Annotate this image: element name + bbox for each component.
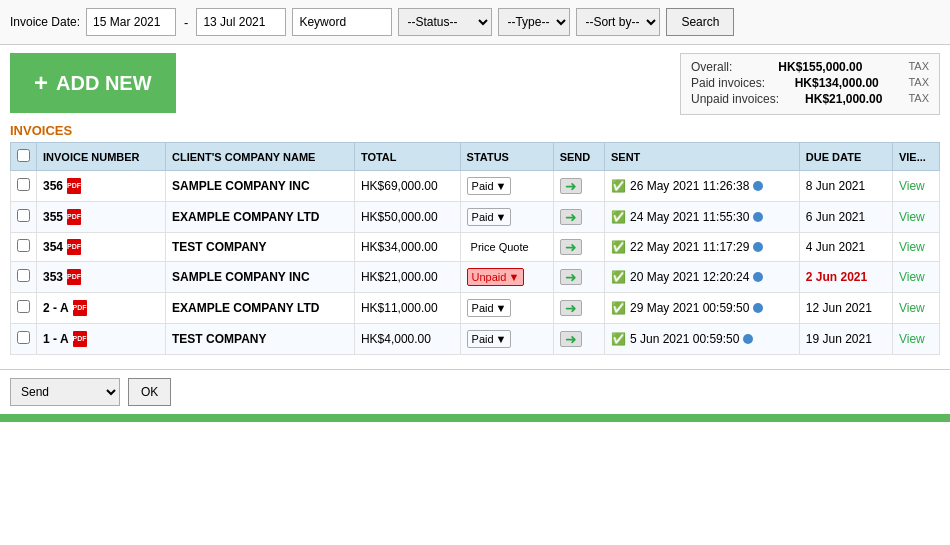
- invoice-number-cell: 353 PDF: [37, 262, 166, 293]
- view-link[interactable]: View: [899, 240, 925, 254]
- due-date-cell: 2 Jun 2021: [799, 262, 892, 293]
- invoice-number-cell: 2 - A PDF: [37, 293, 166, 324]
- company-name: EXAMPLE COMPANY LTD: [172, 301, 319, 315]
- summary-box: Overall: HK$155,000.00 TAX Paid invoices…: [680, 53, 940, 115]
- status-select[interactable]: --Status-- Paid Unpaid Price Quote: [398, 8, 492, 36]
- table-row: 355 PDF EXAMPLE COMPANY LTDHK$50,000.00 …: [11, 202, 940, 233]
- bulk-action-select[interactable]: Send Delete Mark Paid: [10, 378, 120, 406]
- view-link[interactable]: View: [899, 270, 925, 284]
- row-checkbox[interactable]: [17, 331, 30, 344]
- status-cell: Paid ▼: [460, 171, 553, 202]
- send-icon[interactable]: ➜: [560, 331, 582, 347]
- due-date-cell: 12 Jun 2021: [799, 293, 892, 324]
- date-to-input[interactable]: [196, 8, 286, 36]
- send-icon[interactable]: ➜: [560, 239, 582, 255]
- pdf-icon[interactable]: PDF: [67, 239, 81, 255]
- pdf-icon[interactable]: PDF: [67, 269, 81, 285]
- company-name: SAMPLE COMPANY INC: [172, 179, 310, 193]
- table-row: 354 PDF TEST COMPANYHK$34,000.00 Price Q…: [11, 233, 940, 262]
- info-dot[interactable]: [753, 303, 763, 313]
- pdf-icon[interactable]: PDF: [73, 300, 87, 316]
- sent-cell: ✅ 24 May 2021 11:55:30: [604, 202, 799, 233]
- unpaid-value: HK$21,000.00: [805, 92, 882, 106]
- sent-date: 26 May 2021 11:26:38: [630, 179, 749, 193]
- footer-bar: [0, 414, 950, 422]
- header-status: STATUS: [460, 143, 553, 171]
- status-badge[interactable]: Unpaid ▼: [467, 268, 525, 286]
- pdf-icon[interactable]: PDF: [67, 178, 81, 194]
- sent-info: ✅ 20 May 2021 12:20:24: [611, 270, 793, 284]
- paid-label: Paid invoices:: [691, 76, 765, 90]
- invoice-number: 355 PDF: [43, 209, 159, 225]
- info-dot[interactable]: [753, 242, 763, 252]
- pdf-icon[interactable]: PDF: [67, 209, 81, 225]
- info-dot[interactable]: [753, 181, 763, 191]
- sort-select[interactable]: --Sort by--: [576, 8, 660, 36]
- due-date-cell: 19 Jun 2021: [799, 324, 892, 355]
- status-badge[interactable]: Paid ▼: [467, 330, 512, 348]
- bottom-bar: Send Delete Mark Paid OK: [0, 369, 950, 414]
- total-cell: HK$50,000.00: [354, 202, 460, 233]
- ok-button[interactable]: OK: [128, 378, 171, 406]
- company-name: SAMPLE COMPANY INC: [172, 270, 310, 284]
- row-checkbox[interactable]: [17, 178, 30, 191]
- view-cell: View: [892, 262, 939, 293]
- company-name-cell: EXAMPLE COMPANY LTD: [166, 202, 355, 233]
- row-checkbox-cell: [11, 233, 37, 262]
- header-checkbox: [11, 143, 37, 171]
- select-all-checkbox[interactable]: [17, 149, 30, 162]
- invoice-num-text: 354: [43, 240, 63, 254]
- send-cell: ➜: [553, 171, 604, 202]
- unpaid-label: Unpaid invoices:: [691, 92, 779, 106]
- date-from-input[interactable]: [86, 8, 176, 36]
- status-badge[interactable]: Paid ▼: [467, 208, 512, 226]
- row-checkbox[interactable]: [17, 209, 30, 222]
- type-select[interactable]: --Type--: [498, 8, 570, 36]
- info-dot[interactable]: [753, 272, 763, 282]
- add-new-button[interactable]: + ADD NEW: [10, 53, 176, 113]
- send-icon[interactable]: ➜: [560, 209, 582, 225]
- add-new-label: ADD NEW: [56, 72, 152, 95]
- info-dot[interactable]: [753, 212, 763, 222]
- send-icon[interactable]: ➜: [560, 178, 582, 194]
- total-cell: HK$69,000.00: [354, 171, 460, 202]
- unpaid-tax: TAX: [908, 92, 929, 106]
- sent-cell: ✅ 5 Jun 2021 00:59:50: [604, 324, 799, 355]
- paid-row: Paid invoices: HK$134,000.00 TAX: [691, 76, 929, 90]
- status-badge[interactable]: Paid ▼: [467, 177, 512, 195]
- search-button[interactable]: Search: [666, 8, 734, 36]
- total-cell: HK$34,000.00: [354, 233, 460, 262]
- view-link[interactable]: View: [899, 179, 925, 193]
- info-dot[interactable]: [743, 334, 753, 344]
- check-sent-icon: ✅: [611, 179, 626, 193]
- invoice-number: 354 PDF: [43, 239, 159, 255]
- sent-cell: ✅ 22 May 2021 11:17:29: [604, 233, 799, 262]
- status-chevron-icon: ▼: [496, 302, 507, 314]
- total-cell: HK$11,000.00: [354, 293, 460, 324]
- row-checkbox[interactable]: [17, 269, 30, 282]
- row-checkbox[interactable]: [17, 300, 30, 313]
- header-view: VIE...: [892, 143, 939, 171]
- sent-date: 24 May 2021 11:55:30: [630, 210, 749, 224]
- pdf-icon[interactable]: PDF: [73, 331, 87, 347]
- status-badge[interactable]: Paid ▼: [467, 299, 512, 317]
- send-icon[interactable]: ➜: [560, 269, 582, 285]
- invoice-number-cell: 354 PDF: [37, 233, 166, 262]
- row-checkbox[interactable]: [17, 239, 30, 252]
- view-link[interactable]: View: [899, 301, 925, 315]
- send-icon[interactable]: ➜: [560, 300, 582, 316]
- invoice-num-text: 1 - A: [43, 332, 69, 346]
- row-checkbox-cell: [11, 293, 37, 324]
- company-name-cell: TEST COMPANY: [166, 233, 355, 262]
- view-link[interactable]: View: [899, 210, 925, 224]
- keyword-input[interactable]: [292, 8, 392, 36]
- overall-label: Overall:: [691, 60, 732, 74]
- invoices-table: INVOICE NUMBER CLIENT'S COMPANY NAME TOT…: [10, 142, 940, 355]
- overall-row: Overall: HK$155,000.00 TAX: [691, 60, 929, 74]
- invoice-number-cell: 356 PDF: [37, 171, 166, 202]
- send-cell: ➜: [553, 233, 604, 262]
- main-content: + ADD NEW Overall: HK$155,000.00 TAX Pai…: [0, 45, 950, 363]
- sent-info: ✅ 5 Jun 2021 00:59:50: [611, 332, 793, 346]
- status-chevron-icon: ▼: [496, 180, 507, 192]
- view-link[interactable]: View: [899, 332, 925, 346]
